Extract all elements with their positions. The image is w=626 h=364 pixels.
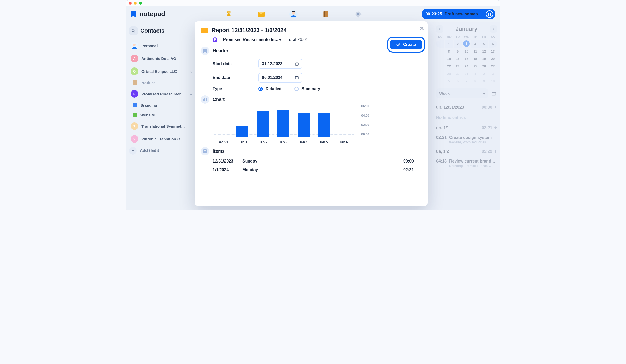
calendar-cell[interactable]: 17 (462, 55, 471, 63)
calendar-cell[interactable] (436, 63, 444, 70)
top-nav (224, 10, 363, 18)
close-icon[interactable]: ✕ (419, 25, 424, 32)
calendar-cell[interactable]: 11 (471, 48, 480, 55)
create-label: Create (403, 42, 416, 47)
calendar-cell[interactable]: 15 (445, 55, 453, 63)
calendar-grid: 1234568910111213151617181920222324252627… (436, 40, 497, 85)
calendar-cell[interactable] (436, 77, 444, 85)
calendar-cell[interactable]: 3 (463, 40, 470, 47)
calendar-cell[interactable]: 12 (480, 48, 488, 55)
calendar-icon[interactable] (491, 91, 497, 96)
sidebar-item-promised[interactable]: P Promised Rinascimen… ⌄ (129, 87, 194, 100)
window-close-dot[interactable] (129, 2, 132, 5)
calendar-cell[interactable]: 16 (454, 55, 462, 63)
calendar-cell[interactable]: 3 (489, 70, 497, 77)
calendar-cell[interactable]: 22 (445, 63, 453, 70)
add-entry-icon[interactable]: + (494, 149, 497, 154)
calendar-cell[interactable]: 7 (462, 77, 471, 85)
calendar-cell[interactable]: 30 (454, 70, 462, 77)
nav-book-icon[interactable] (321, 10, 330, 18)
calendar-cell[interactable]: 29 (445, 70, 453, 77)
calendar-cell[interactable]: 8 (471, 77, 480, 85)
calendar-cell[interactable]: 2 (454, 40, 462, 48)
calendar-cell[interactable]: 26 (480, 63, 488, 70)
calendar-cell[interactable]: 9 (454, 48, 462, 55)
calendar-cell[interactable]: 24 (462, 63, 471, 70)
nav-settings-icon[interactable] (354, 10, 363, 18)
item-day: Sunday (242, 159, 257, 164)
client-name[interactable]: Promised Rinascimento Inc. ▾ (223, 37, 281, 42)
svg-rect-10 (360, 14, 362, 14)
add-entry-icon[interactable]: + (494, 105, 497, 110)
create-button[interactable]: Create (390, 40, 422, 49)
calendar-cell[interactable]: 10 (489, 77, 497, 85)
sidebar-subitem-branding[interactable]: Branding (129, 100, 194, 110)
sidebar-item-orbital[interactable]: O Orbital Eclipse LLC ⌄ (129, 65, 194, 78)
svg-point-14 (133, 44, 136, 46)
calendar-cell[interactable]: 19 (480, 55, 488, 63)
calendar-cell[interactable]: 8 (445, 48, 453, 55)
sidebar-subitem-website[interactable]: Website (129, 110, 194, 120)
calendar-cell[interactable]: 25 (471, 63, 480, 70)
calendar-cell[interactable]: 27 (489, 63, 497, 70)
search-icon[interactable] (129, 26, 138, 35)
pause-button[interactable] (486, 10, 493, 18)
calendar-cell[interactable]: 9 (480, 77, 488, 85)
sidebar-item-antimonic[interactable]: A Antimonic Dual AG (129, 52, 194, 65)
entry-task[interactable]: 04:18 Review current brand… Branding, Pr… (436, 157, 497, 170)
calendar-dow: SUMOTUWETHFRSA (436, 35, 497, 39)
calendar-cell[interactable]: 13 (489, 48, 497, 55)
calendar-cell[interactable]: 18 (471, 55, 480, 63)
radio-label: Summary (301, 87, 320, 91)
month-next-icon[interactable]: › (490, 25, 497, 33)
window-max-dot[interactable] (139, 2, 142, 5)
week-select-label: Week (439, 91, 450, 96)
calendar-cell[interactable] (436, 70, 444, 77)
calendar-cell[interactable]: 20 (489, 55, 497, 63)
calendar-cell[interactable] (436, 48, 444, 55)
calendar-cell[interactable]: 4 (471, 40, 480, 48)
sidebar-item-translational[interactable]: T Translational Symmet… (129, 120, 194, 133)
chart: 06:0004:0002:0000:00Dec 31Jan 1Jan 2Jan … (213, 106, 369, 145)
chevron-down-icon: ⌄ (190, 92, 193, 96)
calendar-cell[interactable]: 31 (462, 70, 471, 77)
entry-day-label: un, 12/31/2023 (436, 105, 464, 110)
sidebar-item-personal[interactable]: Personal (129, 39, 194, 52)
radio-detailed[interactable]: Detailed (258, 87, 281, 91)
calendar-cell[interactable]: 23 (454, 63, 462, 70)
nav-mail-icon[interactable] (257, 10, 266, 18)
calendar-cell[interactable] (436, 55, 444, 63)
nav-hourglass-icon[interactable] (224, 10, 233, 18)
timer-elapsed: 00:23:25 (426, 12, 442, 16)
svg-rect-21 (203, 99, 204, 101)
calendar-cell[interactable]: 6 (489, 40, 497, 48)
calendar-cell[interactable] (436, 40, 444, 48)
entry-task[interactable]: 02:21 Create design system Website, Prom… (436, 133, 497, 146)
sidebar-add-edit[interactable]: + Add / Edit (129, 147, 194, 155)
window-min-dot[interactable] (134, 2, 137, 5)
radio-summary[interactable]: Summary (294, 87, 320, 91)
month-prev-icon[interactable]: ‹ (436, 25, 443, 33)
start-date-input[interactable]: 31.12.2023 (258, 59, 302, 69)
calendar-cell[interactable]: 1 (471, 70, 480, 77)
timer-pill[interactable]: 00:23:25 Draft new homep… (422, 9, 495, 19)
calendar-cell[interactable]: 10 (462, 48, 471, 55)
svg-rect-7 (358, 11, 358, 12)
end-date-input[interactable]: 06.01.2024 (258, 73, 302, 83)
sidebar-item-vibronic[interactable]: V Vibronic Transition G… (129, 133, 194, 145)
calendar-cell[interactable]: 5 (480, 40, 488, 48)
calendar-cell[interactable]: 1 (445, 40, 453, 48)
calendar-cell[interactable]: 5 (445, 77, 453, 85)
svg-rect-18 (295, 63, 298, 63)
week-select[interactable]: Week ▾ (436, 88, 488, 98)
plus-icon: + (129, 147, 137, 155)
nav-avatar-icon[interactable] (289, 10, 298, 18)
task-title: Review current brand… (449, 159, 495, 164)
calendar-cell[interactable]: 2 (480, 70, 488, 77)
add-entry-icon[interactable]: + (494, 125, 497, 130)
svg-rect-26 (204, 151, 206, 151)
calendar-cell[interactable]: 6 (454, 77, 462, 85)
sidebar-subitem-product[interactable]: Product (129, 78, 194, 87)
svg-rect-27 (204, 152, 206, 152)
section-header: Header (213, 48, 228, 54)
